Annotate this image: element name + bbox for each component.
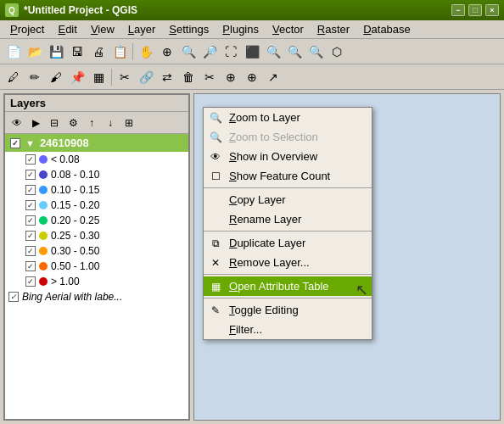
item-cb-1[interactable] <box>25 154 36 165</box>
item-cb-6[interactable] <box>25 231 36 241</box>
item-label-3: 0.10 - 0.15 <box>51 184 99 196</box>
close-button[interactable]: × <box>485 4 499 16</box>
dig6-btn[interactable]: ✂ <box>115 67 135 87</box>
menu-edit[interactable]: Edit <box>51 21 83 37</box>
ctx-rename-layer[interactable]: Rename Layer <box>204 209 372 229</box>
ctx-copy-layer[interactable]: Copy Layer <box>204 190 372 209</box>
color-dot-3 <box>39 186 48 194</box>
color-dot-8 <box>39 262 48 271</box>
zoom-select-btn[interactable]: 🔍 <box>263 42 283 62</box>
zoom-in-btn[interactable]: 🔍 <box>178 42 199 62</box>
toolbar-separator-2 <box>111 69 112 86</box>
minimize-button[interactable]: − <box>451 4 465 16</box>
list-item: > 1.00 <box>5 274 188 289</box>
zoom-full-btn[interactable]: ⛶ <box>221 42 241 62</box>
menu-project[interactable]: Project <box>3 21 51 37</box>
menu-bar: Project Edit View Layer Settings Plugins… <box>0 20 504 39</box>
title-bar: Q *Untitled Project - QGIS − □ × <box>0 0 504 20</box>
identify-btn[interactable]: 🔍 <box>305 42 326 62</box>
ctx-remove-layer[interactable]: ✕ Remove Layer... <box>204 253 372 272</box>
menu-vector[interactable]: Vector <box>266 21 311 37</box>
zoom-out-btn[interactable]: 🔎 <box>199 42 220 62</box>
item-cb-4[interactable] <box>25 200 36 210</box>
dig2-btn[interactable]: ✏ <box>25 67 45 87</box>
maximize-button[interactable]: □ <box>468 4 482 16</box>
layer-group-24610908[interactable]: ▼ 24610908 <box>5 134 188 152</box>
color-dot-6 <box>39 232 48 240</box>
show-feature-count-icon: ☐ <box>209 170 222 182</box>
item-label-9: > 1.00 <box>51 276 80 287</box>
ctx-filter[interactable]: Filter... <box>204 320 372 339</box>
dig13-btn[interactable]: ↗ <box>263 67 283 87</box>
print-btn[interactable]: 🖨 <box>88 42 109 62</box>
dig11-btn[interactable]: ⊕ <box>221 67 241 87</box>
layers-tb-2[interactable]: ▶ <box>27 114 44 131</box>
list-item: 0.30 - 0.50 <box>5 243 188 259</box>
ctx-separator-1 <box>204 187 372 188</box>
dig10-btn[interactable]: ✂ <box>199 67 220 87</box>
menu-raster[interactable]: Raster <box>311 21 356 37</box>
layers-tb-4[interactable]: ↑ <box>83 114 100 131</box>
legend-items: < 0.08 0.08 - 0.10 0.10 - 0.15 0.15 - 0.… <box>5 152 188 289</box>
layers-tb-filter[interactable]: ⊟ <box>46 114 63 131</box>
menu-view[interactable]: View <box>84 21 121 37</box>
search-btn[interactable]: 🔍 <box>284 42 305 62</box>
zoom-to-selection-icon: 🔍 <box>209 131 222 143</box>
color-dot-5 <box>39 216 48 225</box>
select-btn[interactable]: ⬡ <box>327 42 347 62</box>
item-cb-9[interactable] <box>25 276 36 287</box>
bing-label: Bing Aerial with labe... <box>22 291 122 303</box>
layers-tb-3[interactable]: ⚙ <box>64 114 81 131</box>
save-as-btn[interactable]: 🖫 <box>67 42 87 62</box>
item-label-1: < 0.08 <box>51 153 80 165</box>
layers-panel-title: Layers <box>5 95 188 112</box>
menu-plugins[interactable]: Plugins <box>216 21 266 37</box>
layers-tb-5[interactable]: ↓ <box>102 114 119 131</box>
dig9-btn[interactable]: 🗑 <box>178 67 199 87</box>
list-item: 0.20 - 0.25 <box>5 213 188 228</box>
item-cb-2[interactable] <box>25 170 36 180</box>
ctx-toggle-editing-label: Toggle Editing <box>229 304 299 316</box>
ctx-toggle-editing[interactable]: ✎ Toggle Editing <box>204 300 372 320</box>
item-cb-7[interactable] <box>25 246 36 256</box>
color-dot-4 <box>39 201 48 209</box>
new-btn[interactable]: 📄 <box>3 42 24 62</box>
zoom-layer-btn[interactable]: ⬛ <box>242 42 262 62</box>
layers-tb-1[interactable]: 👁 <box>8 114 25 131</box>
color-dot-2 <box>39 170 48 179</box>
item-cb-3[interactable] <box>25 185 36 195</box>
dig4-btn[interactable]: 📌 <box>67 67 87 87</box>
item-cb-5[interactable] <box>25 215 36 226</box>
ctx-show-feature-count[interactable]: ☐ Show Feature Count <box>204 166 372 186</box>
window-controls: − □ × <box>451 4 499 16</box>
ctx-show-in-overview-label: Show in Overview <box>229 150 317 163</box>
ctx-rename-layer-label: Rename Layer <box>229 213 301 226</box>
bing-layer[interactable]: Bing Aerial with labe... <box>5 289 188 304</box>
menu-layer[interactable]: Layer <box>121 21 163 37</box>
menu-settings[interactable]: Settings <box>162 21 216 37</box>
ctx-zoom-to-layer[interactable]: 🔍 Zoom to Layer <box>204 108 372 127</box>
menu-database[interactable]: Database <box>356 21 417 37</box>
remove-layer-icon: ✕ <box>209 257 222 269</box>
bing-checkbox[interactable] <box>8 292 19 302</box>
pan-btn[interactable]: ✋ <box>136 42 156 62</box>
ctx-open-attribute-table[interactable]: ▦ Open Attribute Table ↖ <box>204 276 372 296</box>
item-label-7: 0.30 - 0.50 <box>51 245 99 257</box>
dig1-btn[interactable]: 🖊 <box>3 67 24 87</box>
dig3-btn[interactable]: 🖌 <box>46 67 66 87</box>
color-dot-9 <box>39 277 48 286</box>
dig7-btn[interactable]: 🔗 <box>136 67 156 87</box>
ctx-duplicate-layer[interactable]: ⧉ Duplicate Layer <box>204 233 372 253</box>
layer-group-checkbox[interactable] <box>10 138 20 148</box>
save-btn[interactable]: 💾 <box>46 42 66 62</box>
layers-tb-6[interactable]: ⊞ <box>120 114 137 131</box>
dig5-btn[interactable]: ▦ <box>88 67 109 87</box>
composer-btn[interactable]: 📋 <box>109 42 130 62</box>
ctx-copy-layer-label: Copy Layer <box>229 193 285 206</box>
item-cb-8[interactable] <box>25 261 36 271</box>
dig12-btn[interactable]: ⊕ <box>242 67 262 87</box>
navigate-btn[interactable]: ⊕ <box>157 42 177 62</box>
ctx-show-in-overview[interactable]: 👁 Show in Overview <box>204 147 372 166</box>
open-btn[interactable]: 📂 <box>25 42 45 62</box>
dig8-btn[interactable]: ⇄ <box>157 67 177 87</box>
